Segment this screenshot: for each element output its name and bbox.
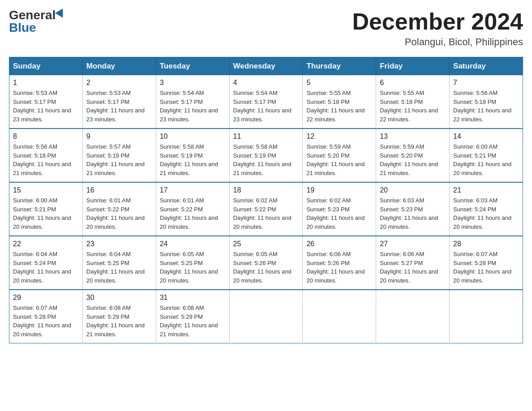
calendar-cell: 12 Sunrise: 5:59 AMSunset: 5:20 PMDaylig… [303,128,376,182]
location-title: Polangui, Bicol, Philippines [352,36,523,48]
calendar-cell: 4 Sunrise: 5:54 AMSunset: 5:17 PMDayligh… [229,75,303,128]
page-header: General Blue December 2024 Polangui, Bic… [9,9,523,48]
calendar-cell [450,290,523,343]
calendar-cell: 25 Sunrise: 6:05 AMSunset: 5:26 PMDaylig… [229,236,303,290]
calendar-week-row-5: 29 Sunrise: 6:07 AMSunset: 5:28 PMDaylig… [9,290,523,343]
logo: General Blue [9,9,65,34]
day-info: Sunrise: 5:56 AMSunset: 5:18 PMDaylight:… [453,90,511,123]
day-info: Sunrise: 6:03 AMSunset: 5:23 PMDaylight:… [380,197,438,230]
calendar-cell: 23 Sunrise: 6:04 AMSunset: 5:25 PMDaylig… [82,236,156,290]
calendar-cell: 8 Sunrise: 5:56 AMSunset: 5:18 PMDayligh… [9,128,83,182]
day-info: Sunrise: 6:01 AMSunset: 5:22 PMDaylight:… [86,197,145,230]
calendar-cell: 15 Sunrise: 6:00 AMSunset: 5:21 PMDaylig… [9,182,83,236]
day-info: Sunrise: 6:07 AMSunset: 5:28 PMDaylight:… [13,304,71,338]
logo-general-text: General [9,9,56,21]
logo-blue-text: Blue [9,21,36,34]
day-info: Sunrise: 5:59 AMSunset: 5:20 PMDaylight:… [306,143,365,176]
calendar-week-row-3: 15 Sunrise: 6:00 AMSunset: 5:21 PMDaylig… [9,182,523,236]
day-info: Sunrise: 6:00 AMSunset: 5:21 PMDaylight:… [13,197,71,230]
day-info: Sunrise: 6:05 AMSunset: 5:26 PMDaylight:… [233,251,292,284]
day-number: 5 [306,79,372,87]
calendar-cell: 9 Sunrise: 5:57 AMSunset: 5:19 PMDayligh… [82,128,156,182]
calendar-cell: 3 Sunrise: 5:54 AMSunset: 5:17 PMDayligh… [156,75,229,128]
calendar-cell: 1 Sunrise: 5:53 AMSunset: 5:17 PMDayligh… [9,75,83,128]
day-number: 28 [453,240,519,248]
calendar-header-saturday: Saturday [450,57,523,76]
calendar-cell: 10 Sunrise: 5:58 AMSunset: 5:19 PMDaylig… [156,128,229,182]
day-number: 8 [13,133,79,141]
day-info: Sunrise: 6:02 AMSunset: 5:22 PMDaylight:… [233,197,292,230]
calendar-cell: 7 Sunrise: 5:56 AMSunset: 5:18 PMDayligh… [450,75,523,128]
day-number: 27 [380,240,446,248]
day-info: Sunrise: 5:57 AMSunset: 5:19 PMDaylight:… [86,143,145,176]
day-number: 20 [380,186,446,194]
day-info: Sunrise: 6:02 AMSunset: 5:23 PMDaylight:… [306,197,365,230]
calendar-cell: 13 Sunrise: 5:59 AMSunset: 5:20 PMDaylig… [376,128,450,182]
calendar-cell: 6 Sunrise: 5:55 AMSunset: 5:18 PMDayligh… [376,75,450,128]
calendar-cell: 11 Sunrise: 5:58 AMSunset: 5:19 PMDaylig… [229,128,303,182]
day-number: 2 [86,79,152,87]
calendar-cell: 28 Sunrise: 6:07 AMSunset: 5:28 PMDaylig… [450,236,523,290]
calendar-cell: 16 Sunrise: 6:01 AMSunset: 5:22 PMDaylig… [82,182,156,236]
calendar-cell: 21 Sunrise: 6:03 AMSunset: 5:24 PMDaylig… [450,182,523,236]
day-number: 21 [453,186,519,194]
day-info: Sunrise: 6:07 AMSunset: 5:28 PMDaylight:… [453,251,511,284]
day-info: Sunrise: 6:05 AMSunset: 5:25 PMDaylight:… [160,251,218,284]
day-info: Sunrise: 5:54 AMSunset: 5:17 PMDaylight:… [233,90,292,123]
calendar-cell: 31 Sunrise: 6:08 AMSunset: 5:29 PMDaylig… [156,290,229,343]
calendar-week-row-1: 1 Sunrise: 5:53 AMSunset: 5:17 PMDayligh… [9,75,523,128]
title-section: December 2024 Polangui, Bicol, Philippin… [352,9,523,48]
day-info: Sunrise: 6:06 AMSunset: 5:26 PMDaylight:… [306,251,365,284]
day-number: 13 [380,133,446,141]
calendar-cell: 17 Sunrise: 6:01 AMSunset: 5:22 PMDaylig… [156,182,229,236]
day-number: 1 [13,79,79,87]
day-number: 3 [160,79,226,87]
calendar-week-row-4: 22 Sunrise: 6:04 AMSunset: 5:24 PMDaylig… [9,236,523,290]
day-info: Sunrise: 6:01 AMSunset: 5:22 PMDaylight:… [160,197,218,230]
calendar-cell: 2 Sunrise: 5:53 AMSunset: 5:17 PMDayligh… [82,75,156,128]
day-info: Sunrise: 5:55 AMSunset: 5:18 PMDaylight:… [380,90,438,123]
calendar-header-wednesday: Wednesday [229,57,303,76]
calendar-table: SundayMondayTuesdayWednesdayThursdayFrid… [9,57,523,343]
day-info: Sunrise: 6:06 AMSunset: 5:27 PMDaylight:… [380,251,438,284]
day-number: 11 [233,133,299,141]
logo-triangle-icon [55,9,67,20]
calendar-cell: 30 Sunrise: 6:08 AMSunset: 5:29 PMDaylig… [82,290,156,343]
day-number: 19 [306,186,372,194]
day-number: 17 [160,186,226,194]
calendar-cell: 24 Sunrise: 6:05 AMSunset: 5:25 PMDaylig… [156,236,229,290]
day-number: 30 [86,294,152,302]
day-info: Sunrise: 5:58 AMSunset: 5:19 PMDaylight:… [160,143,218,176]
day-info: Sunrise: 5:58 AMSunset: 5:19 PMDaylight:… [233,143,292,176]
day-number: 9 [86,133,152,141]
day-number: 29 [13,294,79,302]
calendar-cell: 14 Sunrise: 6:00 AMSunset: 5:21 PMDaylig… [450,128,523,182]
day-info: Sunrise: 5:54 AMSunset: 5:17 PMDaylight:… [160,90,218,123]
calendar-header-sunday: Sunday [9,57,83,76]
day-number: 25 [233,240,299,248]
day-number: 26 [306,240,372,248]
day-info: Sunrise: 6:00 AMSunset: 5:21 PMDaylight:… [453,143,511,176]
calendar-week-row-2: 8 Sunrise: 5:56 AMSunset: 5:18 PMDayligh… [9,128,523,182]
calendar-cell: 19 Sunrise: 6:02 AMSunset: 5:23 PMDaylig… [303,182,376,236]
day-info: Sunrise: 5:55 AMSunset: 5:18 PMDaylight:… [306,90,365,123]
day-number: 12 [306,133,372,141]
day-info: Sunrise: 5:53 AMSunset: 5:17 PMDaylight:… [13,90,71,123]
calendar-cell: 18 Sunrise: 6:02 AMSunset: 5:22 PMDaylig… [229,182,303,236]
day-info: Sunrise: 6:03 AMSunset: 5:24 PMDaylight:… [453,197,511,230]
calendar-cell: 26 Sunrise: 6:06 AMSunset: 5:26 PMDaylig… [303,236,376,290]
calendar-header-tuesday: Tuesday [156,57,229,76]
calendar-cell [229,290,303,343]
calendar-cell [303,290,376,343]
day-number: 10 [160,133,226,141]
day-info: Sunrise: 6:08 AMSunset: 5:29 PMDaylight:… [86,304,145,338]
calendar-cell: 20 Sunrise: 6:03 AMSunset: 5:23 PMDaylig… [376,182,450,236]
day-number: 14 [453,133,519,141]
calendar-header-friday: Friday [376,57,450,76]
calendar-cell: 27 Sunrise: 6:06 AMSunset: 5:27 PMDaylig… [376,236,450,290]
calendar-cell: 29 Sunrise: 6:07 AMSunset: 5:28 PMDaylig… [9,290,83,343]
day-number: 22 [13,240,79,248]
month-title: December 2024 [352,9,523,34]
calendar-cell: 22 Sunrise: 6:04 AMSunset: 5:24 PMDaylig… [9,236,83,290]
day-info: Sunrise: 6:08 AMSunset: 5:29 PMDaylight:… [160,304,218,338]
